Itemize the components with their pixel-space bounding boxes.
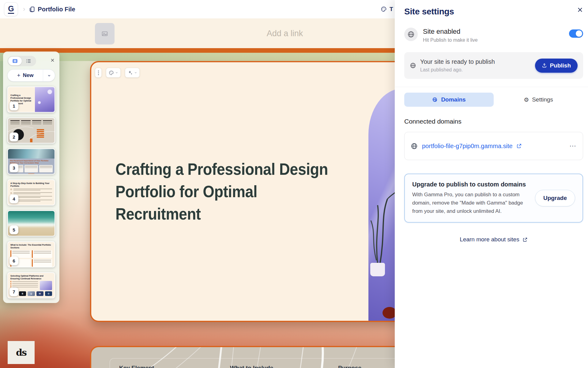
- publish-button[interactable]: Publish: [535, 59, 578, 73]
- site-hero-band: Add a link: [0, 18, 395, 48]
- site-enabled-row: Site enabled Hit Publish to make it live: [404, 28, 583, 43]
- theme-stripe-orange: [0, 48, 395, 53]
- site-enabled-description: Hit Publish to make it live: [423, 37, 564, 43]
- palette-icon: [381, 6, 387, 12]
- add-link-placeholder[interactable]: Add a link: [267, 29, 303, 38]
- globe-icon: [411, 143, 418, 150]
- theme-button-clipped[interactable]: T: [381, 0, 393, 18]
- filmstrip-icon: [12, 58, 18, 64]
- slide-ai-button[interactable]: [125, 68, 140, 78]
- gear-icon: ⚙: [524, 97, 529, 103]
- grid-view-button[interactable]: [8, 57, 22, 65]
- thumbnail-slide-7[interactable]: Selecting Optimal Platforms and Ensuring…: [7, 272, 55, 298]
- app-root: Add a link: [0, 0, 588, 368]
- globe-cursor-icon: [432, 97, 438, 103]
- learn-more-link[interactable]: Learn more about sites: [404, 236, 583, 243]
- slide-number-badge: 5: [9, 225, 18, 234]
- slide-number-badge: 1: [9, 102, 18, 110]
- site-enabled-toggle[interactable]: [569, 29, 583, 38]
- close-panel-icon[interactable]: [50, 58, 55, 63]
- slide-number-badge: 6: [9, 256, 18, 265]
- publish-status-text: Your site is ready to publish: [420, 58, 531, 65]
- connected-domain-card: portfolio-file-g7pip0m.gamma.site ⋯: [404, 132, 583, 160]
- breadcrumb[interactable]: Portfolio File: [29, 6, 75, 13]
- thumbnail-slide-6[interactable]: What to Include: The Essential Portfolio…: [7, 241, 55, 267]
- view-toggle: [7, 56, 36, 66]
- plus-icon: +: [17, 72, 20, 79]
- thumbnail-list: Crafting a Professional Design Portfolio…: [7, 86, 55, 298]
- upgrade-body: With Gamma Pro, you can publish to a cus…: [412, 190, 526, 215]
- slide-hero-image: [368, 89, 395, 321]
- gamma-logo[interactable]: G: [4, 2, 18, 16]
- image-icon: [101, 30, 108, 37]
- plant-illustration: [368, 89, 395, 321]
- hero-image-placeholder[interactable]: [95, 23, 115, 44]
- slide-card-1: Crafting a Professional Design Portfolio…: [90, 61, 395, 322]
- table-header-what-to-include[interactable]: What to Include: [230, 365, 273, 368]
- document-title: Portfolio File: [38, 6, 75, 13]
- upgrade-button[interactable]: Upgrade: [535, 190, 575, 206]
- document-icon: [29, 6, 35, 13]
- new-slide-dropdown[interactable]: [43, 70, 55, 81]
- slide-kebab-menu-icon[interactable]: [95, 68, 102, 78]
- slide-number-badge: 4: [9, 194, 18, 203]
- chevron-down-icon: [115, 71, 118, 74]
- site-enabled-label: Site enabled: [423, 28, 564, 36]
- slide-card-2: Key Element What to Include Purpose: [90, 346, 395, 368]
- slide-theme-button[interactable]: [106, 68, 121, 78]
- list-icon: [26, 58, 31, 64]
- site-settings-panel: Site settings Site enabled Hit Publish t…: [395, 0, 588, 368]
- domain-link[interactable]: portfolio-file-g7pip0m.gamma.site: [422, 143, 522, 150]
- chevron-down-icon: [134, 71, 137, 74]
- external-link-icon: [522, 237, 528, 242]
- thumbnail-slide-4[interactable]: A Step-by-Step Guide to Building Your Po…: [7, 179, 55, 205]
- upgrade-title: Upgrade to publish to custom domains: [412, 181, 530, 188]
- connected-domains-heading: Connected domains: [404, 118, 583, 125]
- slide-toolbar: [95, 68, 140, 78]
- tab-domains[interactable]: Domains: [404, 93, 494, 107]
- publish-meta-text: Last published ago.: [420, 67, 531, 73]
- slide-number-badge: 3: [9, 163, 18, 172]
- palette-icon: [109, 70, 114, 75]
- upgrade-card: Upgrade to publish to custom domains Wit…: [404, 174, 583, 223]
- upload-icon: [542, 63, 547, 68]
- thumbnail-slide-1[interactable]: Crafting a Professional Design Portfolio…: [7, 86, 55, 113]
- globe-icon: [410, 62, 416, 69]
- top-bar: G › Portfolio File T: [0, 0, 395, 18]
- settings-tabs: Domains ⚙ Settings: [404, 93, 583, 107]
- domain-menu-button[interactable]: ⋯: [569, 142, 577, 150]
- badge-fragment: [383, 307, 395, 319]
- brand-watermark: ds: [8, 341, 35, 364]
- slides-panel: + New Crafting a Professional Design Por…: [3, 52, 59, 303]
- breadcrumb-chevron-icon: ›: [23, 5, 25, 13]
- slide-title[interactable]: Crafting a Professional Design Portfolio…: [115, 158, 328, 225]
- globe-icon: [404, 28, 418, 41]
- table-header-purpose[interactable]: Purpose: [338, 365, 361, 368]
- panel-title: Site settings: [404, 0, 583, 17]
- sparkles-icon: [128, 70, 133, 75]
- slide-number-badge: 2: [9, 132, 18, 141]
- plant-pot: [370, 263, 385, 276]
- list-view-button[interactable]: [22, 57, 35, 65]
- publish-status-card: Your site is ready to publish Last publi…: [404, 52, 583, 79]
- table-header-key-element[interactable]: Key Element: [119, 365, 154, 368]
- thumbnail-slide-3[interactable]: The Paramount Importance of Your Portfol…: [7, 148, 55, 174]
- thumbnail-slide-5[interactable]: 5: [7, 210, 55, 236]
- thumbnail-slide-2[interactable]: 2: [7, 117, 55, 144]
- new-slide-button[interactable]: + New: [7, 69, 55, 82]
- external-link-icon: [516, 143, 522, 149]
- close-icon[interactable]: [576, 6, 584, 13]
- slide-number-badge: 7: [9, 287, 18, 296]
- divider: [395, 87, 588, 87]
- tab-settings[interactable]: ⚙ Settings: [494, 93, 583, 107]
